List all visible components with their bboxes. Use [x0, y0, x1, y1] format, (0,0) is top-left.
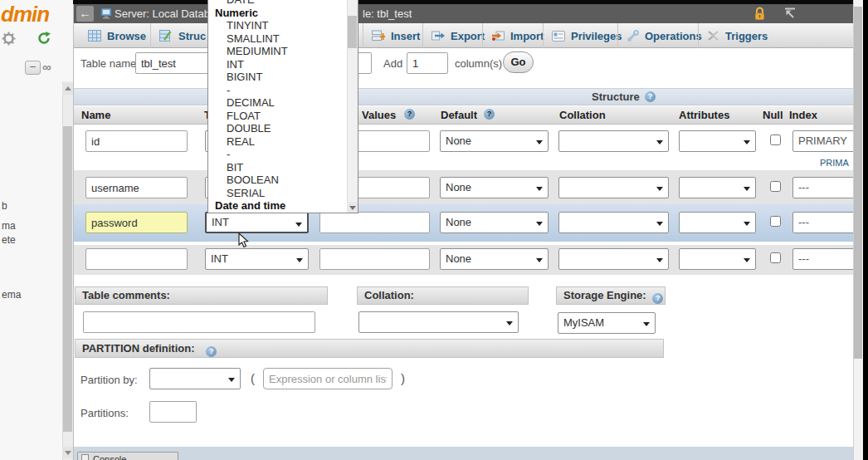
- dropdown-option[interactable]: DOUBLE: [208, 122, 358, 135]
- dropdown-option[interactable]: FLOAT: [208, 110, 358, 123]
- settings-gear-icon[interactable]: [2, 32, 16, 46]
- column-row-empty: INT None ---: [74, 245, 853, 275]
- dropdown-option[interactable]: BOOLEAN: [208, 174, 358, 187]
- values-input[interactable]: [319, 248, 430, 270]
- tab-browse[interactable]: Browse: [80, 23, 154, 48]
- phpmyadmin-logo[interactable]: dmin: [1, 2, 49, 27]
- dropdown-option[interactable]: SMALLINT: [208, 32, 358, 46]
- collation-select[interactable]: [558, 212, 669, 233]
- refresh-icon[interactable]: [37, 31, 51, 46]
- column-name-input[interactable]: [85, 177, 188, 198]
- dropdown-option[interactable]: MEDIUMINT: [208, 45, 358, 58]
- help-icon[interactable]: ?: [652, 293, 663, 304]
- dropdown-option[interactable]: DECIMAL: [208, 96, 358, 110]
- tab-operations[interactable]: Operations: [617, 23, 710, 48]
- null-checkbox[interactable]: [770, 216, 781, 227]
- dropdown-option[interactable]: INT: [208, 58, 358, 71]
- dropdown-option[interactable]: BIT: [208, 161, 358, 174]
- tab-insert[interactable]: Insert: [363, 23, 428, 48]
- type-select[interactable]: INT: [205, 248, 309, 270]
- primary-key-link[interactable]: PRIMA: [820, 158, 849, 168]
- null-checkbox[interactable]: [770, 252, 781, 263]
- type-select-open[interactable]: INT: [205, 212, 309, 233]
- dropdown-option[interactable]: DATE: [208, 0, 358, 7]
- attributes-select[interactable]: [679, 248, 756, 270]
- index-select[interactable]: PRIMARY: [792, 130, 853, 152]
- table-name-label: Table name:: [80, 57, 139, 70]
- collapse-window-icon[interactable]: [783, 7, 797, 20]
- column-row-username: None ---: [74, 170, 853, 204]
- index-select[interactable]: ---: [792, 212, 853, 233]
- collation-select[interactable]: [558, 177, 669, 198]
- table-comments-input[interactable]: [83, 311, 315, 333]
- lock-icon[interactable]: [753, 7, 767, 21]
- dropdown-option[interactable]: BIGINT: [208, 71, 358, 84]
- add-label: Add: [383, 57, 402, 70]
- partitions-count-input[interactable]: [149, 401, 197, 423]
- partitions-label: Partitions:: [80, 407, 129, 419]
- operations-wrench-icon: [627, 30, 639, 42]
- sidebar-item-fragment[interactable]: ma: [2, 220, 16, 232]
- tab-label: Struc: [178, 30, 206, 42]
- default-select[interactable]: None: [440, 130, 549, 152]
- storage-engine-select[interactable]: MyISAM: [558, 312, 656, 334]
- sidebar-item-fragment[interactable]: ema: [2, 289, 21, 301]
- column-name-input[interactable]: [85, 248, 188, 270]
- null-checkbox[interactable]: [770, 135, 781, 145]
- export-icon: [432, 30, 445, 42]
- partition-by-label: Partition by:: [80, 374, 138, 386]
- tab-structure[interactable]: Struc: [150, 23, 214, 48]
- mouse-cursor: [236, 232, 251, 248]
- help-icon[interactable]: ?: [404, 109, 415, 120]
- help-icon[interactable]: ?: [206, 346, 217, 357]
- partition-by-select[interactable]: [149, 368, 241, 389]
- col-header-attributes: Attributes: [679, 109, 729, 121]
- breadcrumb-server[interactable]: Server: Local Datab: [115, 7, 210, 20]
- console-tab[interactable]: Console: [77, 452, 178, 460]
- collation-select[interactable]: [558, 130, 669, 152]
- breadcrumb-table[interactable]: le: tbl_test: [363, 7, 412, 20]
- null-checkbox[interactable]: [770, 181, 781, 192]
- tab-triggers[interactable]: Triggers: [698, 23, 776, 48]
- sidebar-scrollbar-thumb[interactable]: [63, 126, 72, 432]
- dropdown-option[interactable]: TINYINT: [208, 19, 358, 32]
- scroll-up-arrow[interactable]: [62, 83, 73, 95]
- default-select[interactable]: None: [440, 177, 549, 198]
- help-icon[interactable]: ?: [484, 109, 495, 120]
- dropdown-option[interactable]: -: [208, 84, 358, 97]
- index-select[interactable]: ---: [792, 177, 853, 198]
- column-name-input[interactable]: [85, 130, 188, 152]
- column-name-input[interactable]: [85, 212, 188, 233]
- table-tabs: Browse Struc Insert: [74, 23, 853, 48]
- attributes-select[interactable]: [679, 130, 756, 152]
- default-select[interactable]: None: [440, 248, 549, 270]
- add-columns-count-input[interactable]: [407, 52, 448, 74]
- attributes-select[interactable]: [679, 177, 756, 198]
- tab-label: Operations: [645, 30, 702, 42]
- scroll-down-arrow[interactable]: [62, 447, 73, 458]
- dropdown-option[interactable]: REAL: [208, 135, 358, 149]
- triggers-icon: [707, 30, 719, 42]
- sidebar-item-fragment[interactable]: b: [2, 200, 7, 212]
- default-select[interactable]: None: [440, 212, 549, 233]
- tab-label: Insert: [391, 30, 420, 42]
- sidebar-item-fragment[interactable]: ete: [2, 234, 16, 246]
- collapse-all-button[interactable]: −: [25, 61, 41, 75]
- partition-expression-input[interactable]: [263, 368, 393, 389]
- attributes-select[interactable]: [679, 212, 756, 233]
- dropdown-option[interactable]: -: [208, 148, 358, 161]
- insert-icon: [372, 30, 385, 42]
- main-scrollbar-thumb[interactable]: [854, 7, 862, 359]
- dropdown-option[interactable]: SERIAL: [208, 187, 358, 200]
- go-button[interactable]: Go: [503, 51, 534, 73]
- back-button[interactable]: ←: [76, 6, 94, 22]
- dropdown-scrollbar-thumb[interactable]: [348, 16, 357, 48]
- index-select[interactable]: ---: [792, 248, 853, 270]
- values-input[interactable]: [319, 212, 430, 233]
- tab-import[interactable]: Import: [482, 23, 552, 48]
- dropdown-scroll-down-arrow[interactable]: [347, 202, 358, 213]
- partition-definition-header: PARTITION definition: ?: [75, 339, 664, 358]
- help-icon[interactable]: ?: [645, 91, 656, 102]
- collation-select[interactable]: [558, 248, 669, 270]
- table-collation-select[interactable]: [358, 311, 519, 333]
